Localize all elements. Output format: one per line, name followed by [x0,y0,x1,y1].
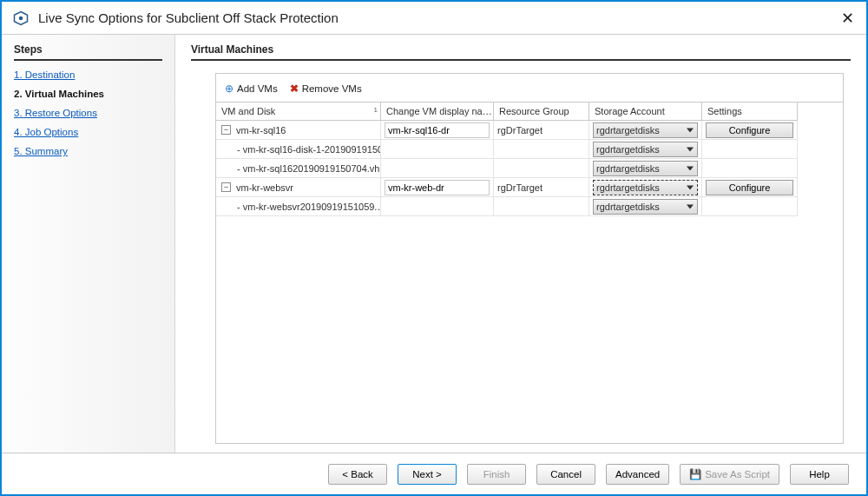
content-pane: ⊕ Add VMs ✖ Remove VMs VM and Disk Chang… [215,73,844,444]
col-settings[interactable]: Settings [702,103,798,121]
disk-name-cell[interactable]: - vm-kr-sql16-disk-1-20190919150… [216,140,381,159]
steps-sidebar: Steps 1. Destination 2. Virtual Machines… [2,35,175,453]
cancel-button[interactable]: Cancel [536,464,595,485]
main-panel: Virtual Machines ⊕ Add VMs ✖ Remove VMs … [175,35,866,453]
disk-name-cell[interactable]: - vm-kr-sql1620190919150704.vhd [216,159,381,178]
step-summary[interactable]: 5. Summary [14,146,162,156]
close-button[interactable]: ✕ [838,10,856,27]
col-resource-group[interactable]: Resource Group [494,103,589,121]
remove-vms-button[interactable]: ✖ Remove VMs [290,83,362,95]
advanced-button[interactable]: Advanced [606,464,669,485]
vm-toolbar: ⊕ Add VMs ✖ Remove VMs [216,74,843,102]
step-restore-options[interactable]: 3. Restore Options [14,108,162,118]
vm-grid: VM and Disk Change VM display na… Resour… [216,102,843,216]
storage-combo[interactable]: rgdrtargetdisks [593,142,698,157]
dialog-body: Steps 1. Destination 2. Virtual Machines… [2,35,866,453]
display-name-input[interactable] [385,122,490,138]
back-button[interactable]: < Back [328,464,387,485]
storage-cell: rgdrtargetdisks [589,121,702,140]
titlebar: Live Sync Options for Subclient Off Stac… [2,2,866,35]
collapse-icon[interactable]: − [221,182,231,192]
table-row: - vm-kr-sql1620190919150704.vhd rgdrtarg… [216,159,843,178]
window-title: Live Sync Options for Subclient Off Stac… [38,10,339,25]
step-job-options[interactable]: 4. Job Options [14,127,162,137]
svg-point-1 [19,16,23,20]
settings-cell: Configure [702,121,798,140]
storage-combo[interactable]: rgdrtargetdisks [593,199,698,215]
dialog-footer: < Back Next > Finish Cancel Advanced 💾Sa… [2,453,866,494]
add-icon: ⊕ [225,83,233,95]
display-name-cell [381,121,494,140]
vm-name-cell[interactable]: − vm-kr-sql16 [216,121,381,140]
storage-cell: rgdrtargetdisks [589,197,702,216]
storage-combo[interactable]: rgdrtargetdisks [593,161,698,176]
step-virtual-machines[interactable]: 2. Virtual Machines [14,89,162,99]
storage-cell: rgdrtargetdisks [589,178,702,197]
finish-button: Finish [467,464,526,485]
table-row: - vm-kr-websvr20190919151059.… rgdrtarge… [216,197,843,216]
grid-header: VM and Disk Change VM display na… Resour… [216,103,843,121]
vm-name-cell[interactable]: − vm-kr-websvr [216,178,381,197]
storage-cell: rgdrtargetdisks [589,140,702,159]
vm-name: vm-kr-sql16 [236,125,286,136]
table-row: − vm-kr-websvr rgDrTarget rgdrtargetdisk… [216,178,843,197]
vm-name: vm-kr-websvr [236,182,293,193]
add-vms-button[interactable]: ⊕ Add VMs [225,83,278,95]
save-as-script-button: 💾Save As Script [680,464,779,485]
storage-combo[interactable]: rgdrtargetdisks [593,180,698,195]
table-row: − vm-kr-sql16 rgDrTarget rgdrtargetdisks… [216,121,843,140]
collapse-icon[interactable]: − [221,125,231,135]
resource-group-cell: rgDrTarget [494,178,589,197]
dialog-window: Live Sync Options for Subclient Off Stac… [0,0,868,496]
col-storage-account[interactable]: Storage Account [589,103,702,121]
main-heading: Virtual Machines [191,43,851,61]
display-name-cell [381,178,494,197]
storage-combo[interactable]: rgdrtargetdisks [593,122,698,138]
remove-vms-label: Remove VMs [302,83,362,94]
settings-cell: Configure [702,178,798,197]
col-vm-and-disk[interactable]: VM and Disk [216,103,381,121]
configure-button[interactable]: Configure [706,122,793,138]
col-display-name[interactable]: Change VM display na… [381,103,494,121]
configure-button[interactable]: Configure [706,180,793,195]
add-vms-label: Add VMs [237,83,278,94]
table-row: - vm-kr-sql16-disk-1-20190919150… rgdrta… [216,140,843,159]
next-button[interactable]: Next > [398,464,457,485]
resource-group-cell: rgDrTarget [494,121,589,140]
storage-cell: rgdrtargetdisks [589,159,702,178]
steps-heading: Steps [14,43,162,61]
help-button[interactable]: Help [790,464,849,485]
save-icon: 💾 [689,469,701,479]
step-destination[interactable]: 1. Destination [14,69,162,80]
remove-icon: ✖ [290,83,299,95]
app-icon [12,10,30,27]
display-name-input[interactable] [385,180,490,195]
disk-name-cell[interactable]: - vm-kr-websvr20190919151059.… [216,197,381,216]
